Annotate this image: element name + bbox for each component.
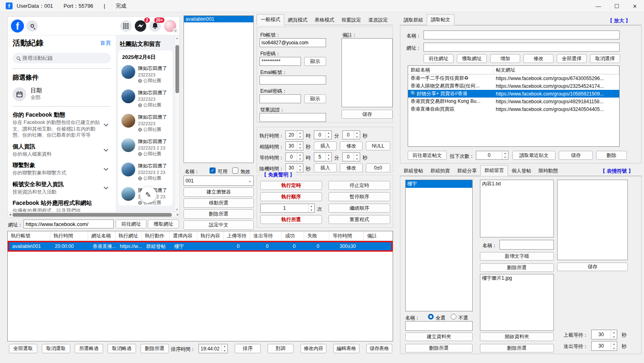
messenger-icon[interactable]: 2: [135, 20, 146, 32]
sort-time-stepper[interactable]: 19:44:02 ▲▼: [199, 344, 228, 353]
tab-read-posts[interactable]: 讀取帖文: [427, 14, 454, 25]
available-checkbox[interactable]: ✓: [210, 167, 216, 174]
spin-down-icon[interactable]: ▼: [309, 208, 314, 212]
scrollbar-thumb[interactable]: [175, 45, 179, 93]
account-list-item[interactable]: available\001: [184, 16, 253, 22]
column-header[interactable]: 備註: [364, 231, 393, 241]
modify-random-button[interactable]: 修改: [340, 163, 363, 172]
email-account-field[interactable]: [259, 76, 326, 85]
group-row[interactable]: 香港直播自由買賣區https://www.facebook.com/groups…: [408, 105, 619, 113]
tab-web-mode[interactable]: 網頁模式: [284, 15, 311, 25]
group-row[interactable]: 香港買賣交易群Hong Kong Bu...https://www.facebo…: [408, 98, 619, 105]
save-account-button[interactable]: 儲存: [341, 110, 393, 119]
section-security-login[interactable]: 帳號安全和登入資訊 技術資訊和登入活動: [13, 181, 111, 196]
column-header[interactable]: 上傳等待: [224, 231, 250, 241]
continue-sequence-button[interactable]: 繼續順序: [328, 204, 390, 213]
scroll-left-icon[interactable]: ◀: [9, 213, 11, 216]
spin-down-icon[interactable]: ▼: [611, 335, 617, 339]
wait-second-stepper[interactable]: 0▲▼: [342, 152, 360, 161]
image-file-item[interactable]: 樓宇圖片1.jpg: [480, 274, 553, 282]
tab-personal-post[interactable]: 個人發帖: [508, 166, 535, 176]
section-contacts[interactable]: 聯繫對象 你的聯繫對象和聯繫方式: [13, 162, 111, 176]
accounts-listbox[interactable]: available\001: [184, 15, 254, 163]
save-table-button[interactable]: 儲存表格: [366, 344, 392, 353]
content-preview-box[interactable]: [557, 180, 628, 260]
fb-account-field[interactable]: [259, 38, 326, 47]
column-header[interactable]: 失敗: [304, 231, 329, 241]
feed-post[interactable]: 陳如芯回應了2322323公開社團: [121, 114, 171, 133]
spin-up-icon[interactable]: ▲: [354, 131, 360, 135]
delete-image-button[interactable]: 刪除所選: [480, 344, 554, 352]
column-header[interactable]: 執行時間: [50, 231, 88, 241]
select-none-radio[interactable]: [451, 314, 456, 320]
move-selected-button[interactable]: 移動所選: [184, 198, 254, 208]
avatar[interactable]: ⌄: [164, 20, 176, 32]
tab-group-auction[interactable]: 群組拍賣: [427, 166, 454, 176]
spin-up-icon[interactable]: ▲: [326, 153, 331, 157]
modify-content-button[interactable]: 修改內容: [300, 344, 326, 353]
new-text-file-button[interactable]: 新增文字檔: [480, 252, 554, 261]
column-header[interactable]: 執行動作: [142, 231, 170, 241]
show-email-password-button[interactable]: 顯示: [304, 94, 326, 103]
apps-grid-icon[interactable]: [120, 20, 132, 32]
vertical-scrollbar[interactable]: ▲ ▼: [174, 35, 179, 213]
section-personal-info[interactable]: 個人資訊 你的個人檔案資料: [13, 143, 111, 158]
tab-table-mode[interactable]: 表格模式: [311, 15, 338, 25]
search-icon[interactable]: [26, 20, 38, 32]
horizontal-scrollbar[interactable]: ◀ ▶: [8, 212, 180, 217]
column-header[interactable]: 送出等待: [250, 231, 282, 241]
spin-up-icon[interactable]: ▲: [297, 153, 303, 157]
close-button[interactable]: ✕: [626, 0, 644, 12]
minimize-button[interactable]: —: [589, 0, 607, 12]
tab-restore-settings[interactable]: 還原設定: [365, 15, 391, 25]
column-header[interactable]: 帖文網址: [493, 66, 619, 74]
random-stepper[interactable]: 30▲▼: [285, 163, 303, 172]
delete-selected-button[interactable]: 刪除所選: [184, 209, 254, 219]
column-header[interactable]: 執行網址: [115, 231, 142, 241]
goto-url-button[interactable]: 前往網址: [116, 220, 147, 228]
fb-password-field[interactable]: [259, 57, 301, 66]
modify-button[interactable]: 修改: [523, 54, 553, 63]
spin-up-icon[interactable]: ▲: [326, 131, 331, 135]
delete-folder-button[interactable]: 刪除所選: [405, 344, 473, 352]
read-recent-posts-button[interactable]: 讀取最近貼文: [512, 151, 555, 160]
null-time-button[interactable]: NULL: [366, 141, 390, 150]
group-row-selected[interactable]: 🔍好物分享+ 買賣谷//香港https://www.facebook.com/g…: [408, 90, 619, 98]
spin-down-icon[interactable]: ▼: [611, 346, 617, 350]
reader-name-input[interactable]: [424, 30, 620, 39]
scroll-down-icon[interactable]: ▼: [176, 208, 179, 211]
tab-window-settings[interactable]: 視窗設定: [338, 15, 365, 25]
stop-timer-button[interactable]: 停止定時: [328, 181, 390, 190]
column-header[interactable]: 選擇內容: [170, 231, 197, 241]
unskip-button[interactable]: 取消略過: [108, 344, 136, 353]
modify-time-button[interactable]: 修改: [340, 141, 363, 150]
text-files-listbox[interactable]: 內容1.txt: [480, 180, 554, 237]
add-button[interactable]: 增加: [490, 54, 520, 63]
tab-group-share[interactable]: 群組分享: [454, 166, 480, 176]
date-filter[interactable]: 日期 全部: [13, 87, 111, 101]
account-name-combobox[interactable]: 001 ⌄: [184, 176, 254, 186]
section-off-facebook[interactable]: Facebook 站外應用程式和網站 你擁有的應用程式，以及我們從 Facebo…: [13, 200, 111, 213]
email-password-field[interactable]: [259, 94, 301, 103]
feed-post[interactable]: 陳如芯回應了2322323公開社團: [121, 65, 171, 84]
send-wait-stepper[interactable]: 30▲▼: [591, 341, 617, 351]
section-your-facebook-activity[interactable]: 你的 Facebook 動態 你在 Facebook 的動態包括你已建立的貼文、…: [13, 111, 111, 139]
url-input[interactable]: [24, 220, 114, 228]
goto-recent-post-button[interactable]: 前往最近帖文: [408, 151, 447, 160]
spin-up-icon[interactable]: ▲: [297, 142, 303, 146]
spin-down-icon[interactable]: ▼: [297, 157, 303, 161]
fetch-url-button[interactable]: 獲取網址: [457, 54, 487, 63]
twofa-field[interactable]: [259, 113, 326, 122]
deselect-button[interactable]: 取消選取: [42, 344, 70, 353]
run-timer-button[interactable]: 執行定時: [260, 181, 322, 190]
column-header[interactable]: 執行內容: [197, 231, 224, 241]
column-header[interactable]: 網址名稱: [88, 231, 115, 241]
create-folder-button[interactable]: 建立資料夾: [405, 333, 473, 341]
show-fb-password-button[interactable]: 顯示: [304, 57, 326, 66]
text-name-input[interactable]: [499, 240, 554, 250]
tab-group-post[interactable]: 群組發帖: [400, 166, 427, 176]
goto-url-button[interactable]: 前往網址: [424, 54, 454, 63]
maximize-button[interactable]: [607, 0, 626, 12]
exec-minute-stepper[interactable]: 0▲▼: [314, 130, 332, 139]
home-link[interactable]: 首頁: [100, 39, 111, 47]
